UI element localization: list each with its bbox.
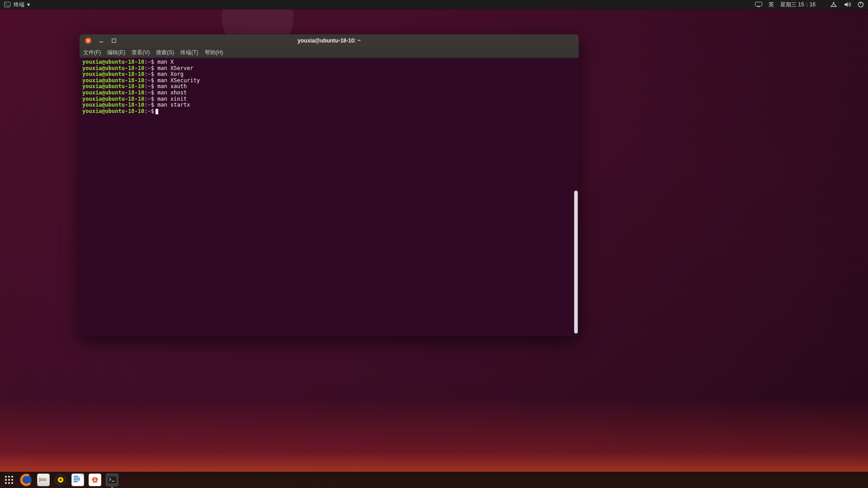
window-titlebar[interactable]: youxia@ubuntu-18-10: ~ — [80, 34, 579, 47]
menu-help[interactable]: 帮助(H) — [205, 49, 223, 56]
terminal-window: youxia@ubuntu-18-10: ~ 文件(F) 编辑(E) 查看(V)… — [80, 34, 579, 336]
window-minimize-button[interactable] — [97, 36, 106, 45]
menu-terminal[interactable]: 终端(T) — [180, 49, 198, 56]
svg-rect-9 — [112, 39, 116, 42]
terminal-viewport[interactable]: youxia@ubuntu-18-10:~$ man Xyouxia@ubunt… — [80, 58, 579, 336]
menu-edit[interactable]: 编辑(E) — [107, 49, 125, 56]
menu-search[interactable]: 搜索(S) — [156, 49, 174, 56]
terminal-line: youxia@ubuntu-18-10:~$ man xinit — [82, 96, 576, 103]
terminal-line: youxia@ubuntu-18-10:~$ — [82, 108, 576, 115]
terminal-line: youxia@ubuntu-18-10:~$ man X — [82, 59, 576, 66]
top-panel: 终端 ▾ 英 星期三 15：16 — [0, 0, 658, 9]
terminal-line: youxia@ubuntu-18-10:~$ man xhost — [82, 90, 576, 96]
menu-view[interactable]: 查看(V) — [132, 49, 150, 56]
menu-file[interactable]: 文件(F) — [83, 49, 101, 56]
terminal-line: youxia@ubuntu-18-10:~$ man startx — [82, 102, 576, 108]
terminal-line: youxia@ubuntu-18-10:~$ man Xorg — [82, 71, 576, 78]
terminal-line: youxia@ubuntu-18-10:~$ man XSecurity — [82, 78, 576, 84]
terminal-line: youxia@ubuntu-18-10:~$ man xauth — [82, 84, 576, 90]
active-app-label[interactable]: 终端 — [14, 1, 24, 9]
window-title: youxia@ubuntu-18-10: ~ — [80, 38, 579, 44]
terminal-cursor — [156, 109, 158, 114]
terminal-line: youxia@ubuntu-18-10:~$ man XServer — [82, 66, 576, 72]
terminal-scrollbar-thumb[interactable] — [574, 191, 578, 333]
active-app-menu-chevron-icon[interactable]: ▾ — [27, 1, 30, 8]
terminal-menubar: 文件(F) 编辑(E) 查看(V) 搜索(S) 终端(T) 帮助(H) — [80, 47, 579, 58]
svg-rect-0 — [5, 2, 10, 7]
window-close-button[interactable] — [85, 38, 91, 44]
terminal-indicator-icon — [4, 1, 11, 8]
svg-rect-8 — [99, 42, 103, 42]
window-maximize-button[interactable] — [109, 36, 118, 45]
